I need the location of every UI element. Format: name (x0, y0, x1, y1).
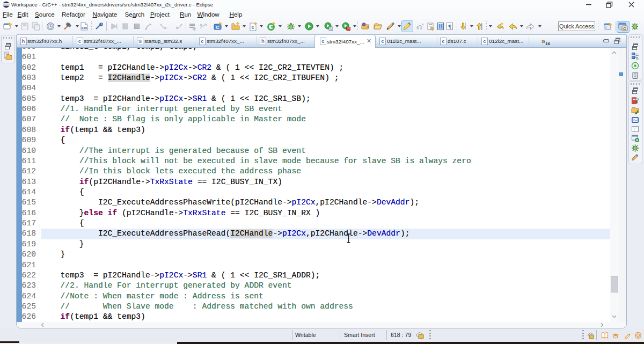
svg-text:¶: ¶ (448, 23, 451, 30)
svg-text:010: 010 (82, 26, 87, 30)
svg-text:C: C (623, 26, 626, 31)
svg-text:c: c (251, 25, 254, 30)
svg-text:C: C (216, 25, 219, 30)
